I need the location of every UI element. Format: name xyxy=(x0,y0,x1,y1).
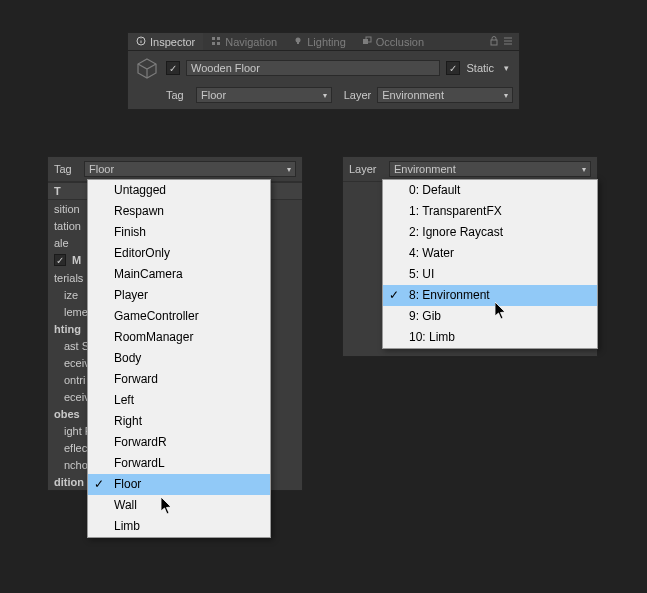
layer-value: Environment xyxy=(382,89,444,101)
info-icon xyxy=(136,36,146,48)
tag-option[interactable]: Forward xyxy=(88,369,270,390)
tab-label: Lighting xyxy=(307,36,346,48)
tag-option[interactable]: Body xyxy=(88,348,270,369)
svg-rect-3 xyxy=(212,37,215,40)
tag-option[interactable]: ForwardR xyxy=(88,432,270,453)
component-checkbox[interactable]: ✓ xyxy=(54,254,66,266)
svg-rect-11 xyxy=(491,40,497,45)
tag-option[interactable]: RoomManager xyxy=(88,327,270,348)
static-checkbox[interactable]: ✓ xyxy=(446,61,460,75)
layer-popup-menu: 0: Default1: TransparentFX2: Ignore Rayc… xyxy=(382,179,598,349)
layer-option[interactable]: 2: Ignore Raycast xyxy=(383,222,597,243)
tab-occlusion[interactable]: Occlusion xyxy=(354,33,432,50)
static-label: Static xyxy=(466,62,494,74)
layer-label: Layer xyxy=(349,163,383,175)
component-header[interactable]: M xyxy=(72,254,81,266)
tag-option[interactable]: ForwardL xyxy=(88,453,270,474)
layer-option[interactable]: 9: Gib xyxy=(383,306,597,327)
tab-bar: Inspector Navigation Lighting Occlusion xyxy=(128,33,519,51)
panel-menu-icon[interactable] xyxy=(503,36,513,48)
tag-option[interactable]: Limb xyxy=(88,516,270,537)
layer-option[interactable]: 0: Default xyxy=(383,180,597,201)
tag-option[interactable]: GameController xyxy=(88,306,270,327)
occlusion-icon xyxy=(362,36,372,48)
layer-option[interactable]: 8: Environment✓ xyxy=(383,285,597,306)
nav-icon xyxy=(211,36,221,48)
chevron-down-icon: ▾ xyxy=(582,165,586,174)
layer-value: Environment xyxy=(394,163,456,175)
tab-lighting[interactable]: Lighting xyxy=(285,33,354,50)
inspector-panel: Inspector Navigation Lighting Occlusion xyxy=(127,32,520,110)
tab-label: Inspector xyxy=(150,36,195,48)
tag-value: Floor xyxy=(89,163,114,175)
tag-dropdown[interactable]: Floor ▾ xyxy=(196,87,332,103)
tag-label: Tag xyxy=(166,89,190,101)
tag-popup-menu: UntaggedRespawnFinishEditorOnlyMainCamer… xyxy=(87,179,271,538)
tab-inspector[interactable]: Inspector xyxy=(128,33,203,50)
tag-option[interactable]: Player xyxy=(88,285,270,306)
tag-layer-row: Tag Floor ▾ Layer Environment ▾ xyxy=(128,85,519,109)
tag-option[interactable]: MainCamera xyxy=(88,264,270,285)
svg-rect-4 xyxy=(217,37,220,40)
svg-point-7 xyxy=(296,37,301,42)
svg-rect-6 xyxy=(217,42,220,45)
static-dropdown-arrow[interactable]: ▾ xyxy=(500,63,513,73)
tab-label: Navigation xyxy=(225,36,277,48)
layer-option[interactable]: 1: TransparentFX xyxy=(383,201,597,222)
tag-value: Floor xyxy=(201,89,226,101)
chevron-down-icon: ▾ xyxy=(287,165,291,174)
tag-option[interactable]: Right xyxy=(88,411,270,432)
active-checkbox[interactable]: ✓ xyxy=(166,61,180,75)
layer-label: Layer xyxy=(344,89,372,101)
tab-label: Occlusion xyxy=(376,36,424,48)
lock-icon[interactable] xyxy=(489,36,499,48)
tag-label: Tag xyxy=(54,163,78,175)
chevron-down-icon: ▾ xyxy=(323,91,327,100)
check-icon: ✓ xyxy=(94,477,104,492)
object-header-row: ✓ ✓ Static ▾ xyxy=(128,51,519,85)
tag-option[interactable]: Finish xyxy=(88,222,270,243)
layer-dropdown[interactable]: Environment ▾ xyxy=(377,87,513,103)
layer-option[interactable]: 5: UI xyxy=(383,264,597,285)
gameobject-icon[interactable] xyxy=(134,55,160,81)
layer-option[interactable]: 4: Water xyxy=(383,243,597,264)
tab-navigation[interactable]: Navigation xyxy=(203,33,285,50)
lightbulb-icon xyxy=(293,36,303,48)
tag-option[interactable]: Untagged xyxy=(88,180,270,201)
tag-option[interactable]: Floor✓ xyxy=(88,474,270,495)
svg-rect-5 xyxy=(212,42,215,45)
tag-option[interactable]: Respawn xyxy=(88,201,270,222)
tag-dropdown-open[interactable]: Floor ▾ xyxy=(84,161,296,177)
layer-option[interactable]: 10: Limb xyxy=(383,327,597,348)
tag-option[interactable]: EditorOnly xyxy=(88,243,270,264)
tag-option[interactable]: Left xyxy=(88,390,270,411)
tag-option[interactable]: Wall xyxy=(88,495,270,516)
check-icon: ✓ xyxy=(389,288,399,303)
svg-rect-8 xyxy=(297,42,299,44)
layer-dropdown-open[interactable]: Environment ▾ xyxy=(389,161,591,177)
object-name-input[interactable] xyxy=(186,60,440,76)
chevron-down-icon: ▾ xyxy=(504,91,508,100)
